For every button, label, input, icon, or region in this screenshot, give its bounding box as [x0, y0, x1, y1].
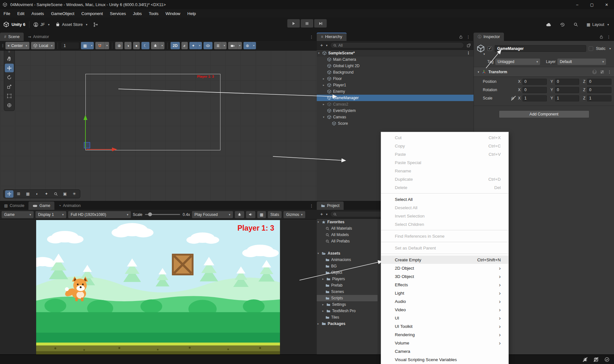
scene-viewport[interactable]: Player 1: 3 ≡ ⊞ ▦ ◐ ✦ ▣ ✳ [0, 51, 317, 201]
drag-handle-icon[interactable]: ∥ [2, 44, 4, 48]
overlay-frame-button[interactable]: ⊞ [14, 190, 23, 198]
play-focused-dropdown[interactable]: Play Focused▾ [192, 211, 233, 218]
display-dropdown[interactable]: Display 1▾ [36, 211, 66, 218]
overlay-search-button[interactable] [52, 190, 60, 198]
hierarchy-item-canvas[interactable]: ▾Canvas [317, 114, 474, 120]
overlay-particles-button[interactable]: ✳ [70, 190, 78, 198]
project-all-materials[interactable]: All Materials [317, 225, 378, 232]
status-ok-icon[interactable] [604, 357, 610, 362]
project-folder-animacions[interactable]: Animacions [317, 257, 378, 263]
hierarchy-item-score[interactable]: Score [317, 120, 474, 127]
grid-size-field[interactable]: 1 [61, 42, 79, 49]
asset-store-menu[interactable]: Asset Store▾ [55, 22, 87, 27]
active-checkbox[interactable]: ✓ [488, 46, 492, 51]
menu-edit[interactable]: Edit [14, 11, 28, 16]
project-folder-prefab[interactable]: Prefab [317, 282, 378, 289]
lock-icon[interactable] [599, 35, 603, 39]
layer-dropdown[interactable]: Default▾ [557, 59, 606, 65]
move-gizmo[interactable] [77, 113, 125, 153]
static-checkbox[interactable] [589, 46, 593, 51]
menu-item-3d-object[interactable]: 3D Object [381, 272, 508, 281]
overlay-shading-button[interactable]: ◐ [33, 190, 41, 198]
hierarchy-item-background[interactable]: Background [317, 69, 474, 75]
lighting-toggle[interactable]: ● [133, 42, 140, 49]
scene-menu-icon[interactable]: ⋮ [466, 51, 470, 55]
tab-game[interactable]: Game [28, 202, 54, 210]
overlay-drag-handle[interactable]: ≡ [8, 51, 10, 54]
maximize-button[interactable]: ▢ [585, 0, 599, 9]
tool-handle-rotation-dropdown[interactable]: Local▾ [31, 42, 55, 49]
account-menu[interactable]: JF▾ [33, 22, 49, 27]
position-z-field[interactable]: 0 [587, 79, 611, 85]
menu-component[interactable]: Component [78, 11, 106, 16]
menu-gameobject[interactable]: GameObject [47, 11, 78, 16]
static-dropdown-icon[interactable]: ▾ [609, 47, 611, 50]
menu-services[interactable]: Services [107, 11, 130, 16]
overlay-solid-button[interactable]: ▣ [61, 190, 69, 198]
tool-handle-pivot-dropdown[interactable]: ⌖Center▾ [5, 42, 29, 49]
search-icon[interactable] [573, 22, 578, 27]
panel-menu-icon[interactable]: ⋮ [466, 35, 470, 39]
project-folder-textmesh-pro[interactable]: ▸TextMesh Pro [317, 308, 378, 314]
effects-split-button[interactable]: ✦▾ [189, 42, 202, 49]
scale-z-field[interactable]: 1 [587, 95, 611, 101]
project-all-prefabs[interactable]: All Prefabs [317, 238, 378, 244]
rotation-y-field[interactable]: 0 [555, 87, 579, 93]
transform-tool[interactable] [5, 101, 14, 109]
cloud-icon[interactable] [546, 22, 552, 28]
cube-dropdown-icon[interactable]: ▾ [483, 52, 485, 56]
project-tree[interactable]: ▾Favorites All Materials All Models All … [317, 219, 378, 354]
rect-tool[interactable] [5, 91, 14, 100]
scale-y-field[interactable]: 1 [555, 95, 579, 101]
camera-globe-button[interactable]: ◑ [124, 42, 131, 49]
tab-console[interactable]: ▤Console [0, 202, 28, 210]
overlay-effects-button[interactable]: ✦ [42, 190, 51, 198]
overlay-move-button[interactable] [5, 190, 13, 198]
menu-jobs[interactable]: Jobs [129, 11, 145, 16]
menu-item-camera[interactable]: Camera [381, 347, 508, 355]
presets-icon[interactable] [600, 70, 604, 74]
panel-menu-icon[interactable]: ⋮ [607, 35, 611, 39]
vsync-toggle[interactable]: ▦ [257, 211, 266, 218]
hierarchy-item-canvas2[interactable]: ▸Canvas2 [317, 101, 474, 107]
rotation-x-field[interactable]: 0 [522, 87, 547, 93]
panel-menu-icon[interactable]: ⋮ [309, 35, 317, 41]
pause-button[interactable] [301, 19, 313, 28]
project-folder-scenes[interactable]: Scenes [317, 289, 378, 295]
create-asset-button[interactable]: ＋▾ [319, 211, 328, 217]
menu-item-volume[interactable]: Volume [381, 339, 508, 347]
rotation-z-field[interactable]: 0 [587, 87, 611, 93]
debug-split-button[interactable]: ▾ [151, 42, 164, 49]
audio-mute-toggle[interactable]: ♪ [181, 42, 188, 49]
rotate-tool[interactable] [5, 73, 14, 82]
menu-item-create-empty[interactable]: Create EmptyCtrl+Shift+N [381, 256, 508, 264]
project-packages[interactable]: ▸Packages [317, 320, 378, 327]
debug-toggle[interactable] [235, 211, 244, 218]
create-button[interactable]: ＋▾ [319, 43, 328, 48]
scale-slider[interactable] [145, 214, 180, 215]
tag-dropdown[interactable]: Untagged▾ [495, 59, 540, 65]
project-folder-settings[interactable]: ▸Settings [317, 301, 378, 308]
close-button[interactable]: ✕ [599, 0, 614, 9]
move-tool[interactable] [5, 64, 14, 72]
hierarchy-item-eventsystem[interactable]: EventSystem [317, 107, 474, 114]
menu-item-visual-scripting-scene-variables[interactable]: Visual Scripting Scene Variables [381, 355, 508, 364]
camera-split-button[interactable]: ▾ [228, 42, 242, 49]
project-folder-object[interactable]: Object [317, 269, 378, 276]
cache-disabled-icon[interactable] [594, 357, 599, 362]
gizmos-split-button[interactable]: ⊕▾ [243, 42, 256, 49]
skybox-toggle[interactable]: ☾ [141, 42, 149, 49]
stats-toggle[interactable]: Stats [268, 211, 282, 218]
tab-scene[interactable]: #Scene [0, 33, 24, 41]
display-target-dropdown[interactable]: Game▾ [2, 211, 34, 218]
menu-item-2d-object[interactable]: 2D Object [381, 264, 508, 272]
project-folder-scripts[interactable]: Scripts [317, 295, 378, 301]
position-x-field[interactable]: 0 [522, 79, 547, 85]
play-button[interactable] [287, 19, 300, 28]
help-icon[interactable]: ? [592, 70, 597, 74]
layers-split-button[interactable]: ≣▾ [214, 42, 227, 49]
hierarchy-item-gamemanager[interactable]: GameManager [317, 95, 474, 101]
hierarchy-item-player1[interactable]: ▸Player1 [317, 82, 474, 88]
history-icon[interactable] [560, 22, 565, 27]
hierarchy-item-global-light-2d[interactable]: Global Light 2D [317, 63, 474, 69]
